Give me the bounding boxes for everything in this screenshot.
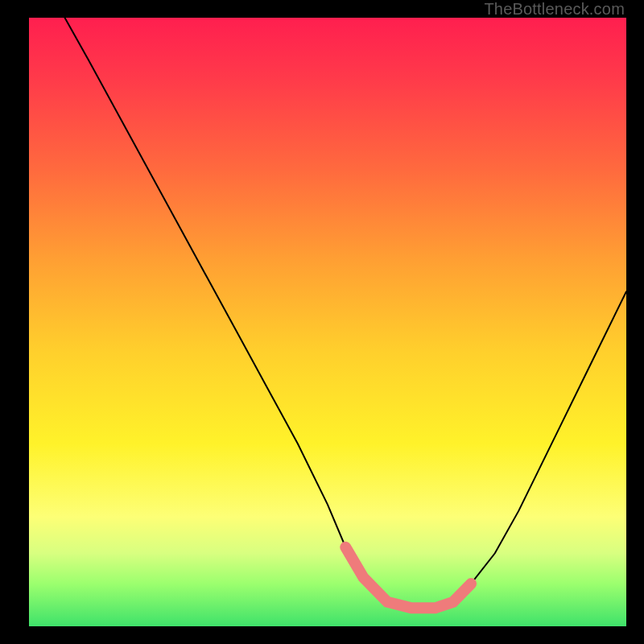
bottleneck-curve <box>65 18 627 608</box>
chart-plot-area <box>29 18 626 626</box>
chart-svg <box>29 18 626 626</box>
chart-frame: TheBottleneck.com <box>0 0 644 644</box>
watermark-text: TheBottleneck.com <box>484 0 625 19</box>
trough-highlight <box>345 547 471 609</box>
